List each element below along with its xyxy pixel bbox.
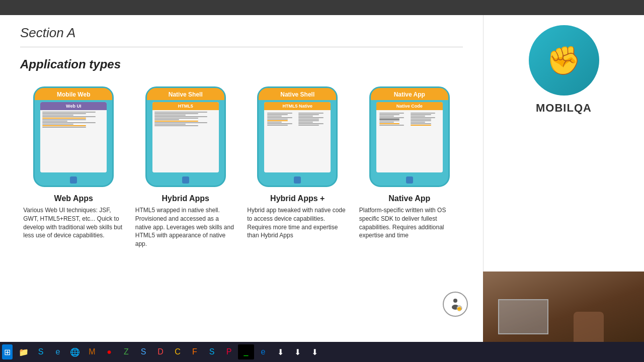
- taskbar-circle-red[interactable]: ●: [101, 344, 117, 359]
- screen-line: [411, 114, 431, 115]
- hybrid-apps-plus-desc: Hybrid app tweaked with native code to a…: [247, 206, 348, 240]
- screen-col-right: [410, 112, 441, 171]
- screen-line: [298, 116, 313, 117]
- sidebar: ✊ MOBILQA: [483, 15, 644, 342]
- screen-line: [298, 114, 319, 115]
- phone-button-area: [182, 174, 189, 186]
- screen-line: [154, 122, 208, 123]
- taskbar-red-d[interactable]: D: [152, 344, 169, 359]
- screen-line: [154, 118, 198, 119]
- taskbar-edge[interactable]: e: [255, 344, 271, 359]
- screen-line: [411, 116, 425, 117]
- screen-line: [154, 121, 198, 122]
- screen-line: [42, 121, 67, 122]
- taskbar-chrome[interactable]: C: [170, 344, 186, 359]
- screen-line: [379, 117, 404, 118]
- screen-two-col: [266, 112, 329, 171]
- taskbar-ie[interactable]: e: [50, 344, 66, 359]
- screen-line: [42, 124, 73, 125]
- screen-line: [267, 119, 288, 120]
- screen-col-right: [297, 112, 329, 171]
- screen-line: [411, 117, 435, 118]
- screen-line: [379, 113, 404, 114]
- hybrid-apps-plus-name: Hybrid Apps +: [270, 194, 325, 203]
- screen-line: [379, 114, 400, 115]
- taskbar-skype[interactable]: S: [33, 344, 49, 359]
- app-types-row: Mobile Web Web UI: [20, 86, 463, 248]
- hybrid-apps-desc: HTML5 wrapped in native shell. Provision…: [135, 206, 236, 248]
- hybrid-apps-plus-phone-header: Native Shell: [259, 88, 336, 100]
- screen-line: [154, 112, 208, 113]
- web-apps-phone-header: Mobile Web: [35, 88, 112, 100]
- presenter-btn[interactable]: ✊: [443, 292, 468, 317]
- screen-line: [379, 120, 400, 121]
- native-app-col: Native App Native Code: [359, 86, 460, 240]
- screen-line: [154, 125, 198, 126]
- taskbar-dl2[interactable]: ⬇: [289, 344, 305, 359]
- hybrid-apps-plus-phone: Native Shell HTML5 Native: [257, 86, 338, 187]
- phone-button-area: [294, 174, 301, 186]
- slide-area: Section A Application types Mobile Web W…: [0, 15, 483, 342]
- divider: [20, 47, 463, 47]
- taskbar-dl1[interactable]: ⬇: [272, 344, 288, 359]
- logo-fist-icon: ✊: [546, 47, 581, 74]
- screen-line: [298, 119, 319, 120]
- screen-line: [154, 113, 198, 114]
- screen-line: [379, 116, 394, 117]
- native-app-screen: Native Code: [376, 102, 443, 172]
- native-app-screen-content: [376, 110, 443, 172]
- screen-line: [411, 122, 425, 123]
- taskbar-skype2[interactable]: S: [204, 344, 220, 359]
- screen-line: [267, 114, 288, 115]
- taskbar-blue-s[interactable]: S: [135, 344, 151, 359]
- taskbar-m[interactable]: M: [84, 344, 100, 359]
- phone-home-btn: [294, 176, 301, 184]
- hybrid-apps-phone: Native Shell HTML5: [145, 86, 226, 187]
- screen-line: [42, 122, 96, 123]
- screen-line: [42, 119, 86, 120]
- start-button[interactable]: ⊞: [2, 344, 13, 359]
- webcam-room: [483, 272, 644, 342]
- app-types-title: Application types: [20, 57, 463, 71]
- screen-line: [154, 115, 186, 116]
- hybrid-apps-col: Native Shell HTML5: [135, 86, 236, 248]
- webcam-figure: [574, 312, 604, 342]
- screen-line: [379, 119, 400, 120]
- screen-line: [298, 123, 323, 124]
- webcam-screen: [498, 299, 548, 334]
- taskbar: ⊞ 📁 S e 🌐 M ● Z S D C F S P _ e ⬇ ⬇ ⬇: [0, 342, 644, 362]
- web-apps-name: Web Apps: [54, 194, 93, 203]
- taskbar-folder[interactable]: 📁: [16, 344, 32, 359]
- web-apps-col: Mobile Web Web UI: [23, 86, 124, 240]
- web-apps-phone: Mobile Web Web UI: [33, 86, 114, 187]
- screen-col-left: [266, 112, 297, 171]
- web-apps-screen-label: Web UI: [40, 102, 107, 110]
- taskbar-term[interactable]: _: [238, 344, 254, 359]
- native-app-phone-header: Native App: [371, 88, 448, 100]
- taskbar-ff[interactable]: F: [187, 344, 203, 359]
- screen-line: [42, 112, 96, 113]
- taskbar-z[interactable]: Z: [118, 344, 134, 359]
- screen-line: [267, 123, 292, 124]
- main-area: Section A Application types Mobile Web W…: [0, 15, 644, 342]
- native-app-phone: Native App Native Code: [369, 86, 450, 187]
- svg-point-0: [453, 299, 457, 303]
- web-apps-screen-content: [40, 110, 107, 172]
- screen-line: [42, 115, 73, 116]
- taskbar-globe[interactable]: 🌐: [67, 344, 83, 359]
- screen-line: [42, 125, 86, 126]
- screen-line: [267, 120, 288, 121]
- screen-line: [298, 117, 323, 118]
- screen-line: [267, 122, 282, 123]
- screen-line: [298, 113, 323, 114]
- logo-circle: ✊: [529, 25, 599, 96]
- phone-home-btn: [182, 176, 189, 184]
- taskbar-pp[interactable]: P: [221, 344, 237, 359]
- web-apps-screen: Web UI: [40, 102, 107, 172]
- taskbar-dl3[interactable]: ⬇: [306, 344, 323, 359]
- screen-line: [298, 125, 319, 126]
- screen-line: [42, 127, 86, 128]
- hybrid-apps-screen: HTML5: [152, 102, 219, 172]
- screen-line: [411, 125, 431, 126]
- screen-line: [267, 125, 288, 126]
